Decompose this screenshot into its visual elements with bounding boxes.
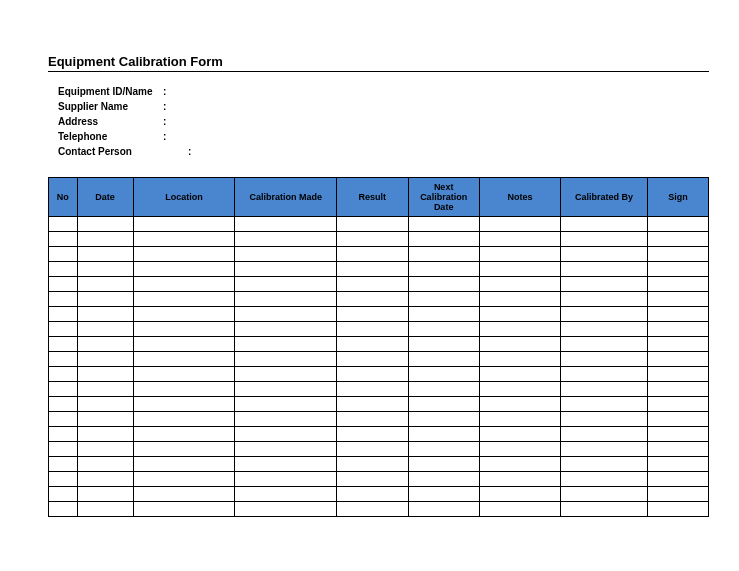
cell-date (77, 277, 133, 292)
telephone-label: Telephone (58, 129, 163, 144)
cell-date (77, 352, 133, 367)
cell-notes (479, 472, 560, 487)
cell-notes (479, 232, 560, 247)
cell-no (49, 442, 78, 457)
cell-sign (647, 457, 708, 472)
address-label: Address (58, 114, 163, 129)
cell-no (49, 217, 78, 232)
cell-next_calibration (408, 277, 479, 292)
cell-sign (647, 472, 708, 487)
cell-next_calibration (408, 352, 479, 367)
cell-result (337, 487, 408, 502)
cell-no (49, 397, 78, 412)
cell-notes (479, 382, 560, 397)
table-row (49, 352, 709, 367)
cell-date (77, 487, 133, 502)
table-row (49, 322, 709, 337)
cell-date (77, 322, 133, 337)
cell-sign (647, 502, 708, 517)
cell-calibrated_by (561, 262, 648, 277)
colon: : (163, 129, 173, 144)
cell-calibration_made (235, 367, 337, 382)
cell-no (49, 307, 78, 322)
contact-value (198, 144, 709, 159)
contact-label: Contact Person (58, 144, 188, 159)
cell-result (337, 292, 408, 307)
cell-notes (479, 367, 560, 382)
cell-result (337, 307, 408, 322)
cell-date (77, 412, 133, 427)
cell-calibrated_by (561, 367, 648, 382)
cell-next_calibration (408, 472, 479, 487)
equipment-id-value (173, 84, 709, 99)
cell-location (133, 382, 235, 397)
table-row (49, 442, 709, 457)
cell-result (337, 232, 408, 247)
cell-calibrated_by (561, 277, 648, 292)
form-page: Equipment Calibration Form Equipment ID/… (0, 0, 739, 547)
cell-calibrated_by (561, 397, 648, 412)
cell-result (337, 382, 408, 397)
cell-result (337, 457, 408, 472)
cell-sign (647, 397, 708, 412)
cell-next_calibration (408, 247, 479, 262)
cell-result (337, 367, 408, 382)
table-row (49, 337, 709, 352)
cell-notes (479, 247, 560, 262)
cell-sign (647, 382, 708, 397)
table-row (49, 472, 709, 487)
cell-no (49, 472, 78, 487)
cell-calibration_made (235, 292, 337, 307)
info-row-telephone: Telephone : (58, 129, 709, 144)
cell-no (49, 382, 78, 397)
cell-calibration_made (235, 427, 337, 442)
cell-no (49, 427, 78, 442)
cell-calibrated_by (561, 487, 648, 502)
cell-location (133, 457, 235, 472)
cell-result (337, 502, 408, 517)
calibration-table: No Date Location Calibration Made Result… (48, 177, 709, 517)
cell-no (49, 247, 78, 262)
cell-calibrated_by (561, 337, 648, 352)
cell-calibration_made (235, 247, 337, 262)
cell-next_calibration (408, 322, 479, 337)
cell-calibration_made (235, 382, 337, 397)
cell-date (77, 292, 133, 307)
cell-no (49, 367, 78, 382)
cell-notes (479, 292, 560, 307)
cell-location (133, 322, 235, 337)
cell-calibration_made (235, 337, 337, 352)
cell-date (77, 472, 133, 487)
cell-calibrated_by (561, 442, 648, 457)
cell-sign (647, 427, 708, 442)
cell-no (49, 412, 78, 427)
cell-location (133, 232, 235, 247)
info-block: Equipment ID/Name : Supplier Name : Addr… (48, 84, 709, 159)
cell-notes (479, 322, 560, 337)
cell-calibrated_by (561, 232, 648, 247)
cell-calibration_made (235, 217, 337, 232)
cell-calibrated_by (561, 307, 648, 322)
cell-location (133, 262, 235, 277)
address-value (173, 114, 709, 129)
table-header-row: No Date Location Calibration Made Result… (49, 178, 709, 217)
table-row (49, 247, 709, 262)
cell-result (337, 277, 408, 292)
cell-calibrated_by (561, 472, 648, 487)
cell-next_calibration (408, 262, 479, 277)
cell-next_calibration (408, 442, 479, 457)
cell-sign (647, 367, 708, 382)
cell-sign (647, 412, 708, 427)
cell-no (49, 487, 78, 502)
cell-date (77, 427, 133, 442)
cell-result (337, 442, 408, 457)
cell-next_calibration (408, 457, 479, 472)
cell-calibration_made (235, 307, 337, 322)
header-location: Location (133, 178, 235, 217)
header-sign: Sign (647, 178, 708, 217)
cell-location (133, 352, 235, 367)
cell-result (337, 262, 408, 277)
cell-calibration_made (235, 397, 337, 412)
cell-location (133, 487, 235, 502)
table-row (49, 382, 709, 397)
